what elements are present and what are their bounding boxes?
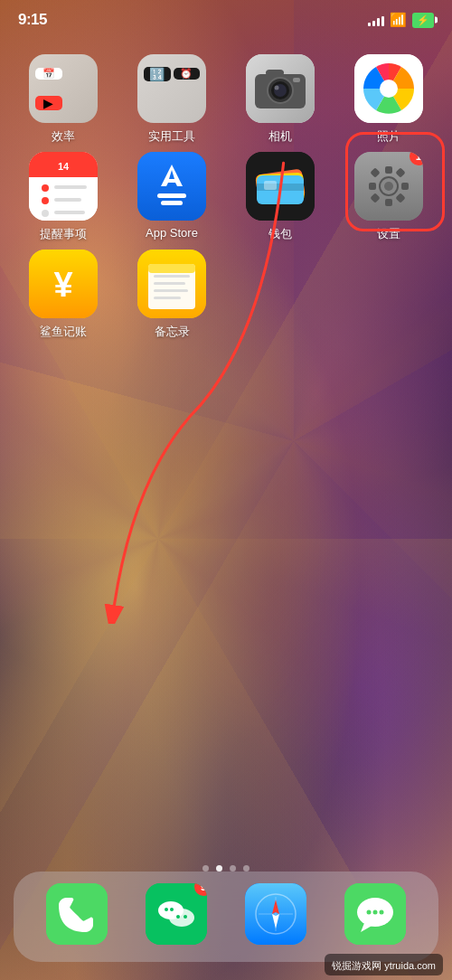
svg-rect-23 — [161, 201, 183, 205]
app-efficiency[interactable]: 📅 ▶ 效率 — [18, 54, 108, 145]
status-bar: 9:15 📶 ⚡ — [0, 0, 452, 40]
page-dot-3 — [230, 865, 236, 872]
app-row-1: 📅 ▶ 效率 🔢 ⏰ 实用工具 — [9, 54, 443, 145]
dock-messages[interactable] — [339, 883, 411, 950]
svg-rect-48 — [154, 282, 185, 285]
svg-text:¥: ¥ — [53, 266, 72, 304]
svg-rect-51 — [148, 264, 195, 273]
app-wallet-label: 钱包 — [268, 226, 292, 242]
svg-point-60 — [184, 915, 187, 919]
svg-rect-8 — [266, 70, 284, 76]
app-empty-2 — [344, 250, 434, 340]
svg-text:14: 14 — [58, 161, 70, 172]
svg-rect-53 — [46, 883, 108, 945]
svg-point-17 — [42, 197, 49, 204]
settings-highlight-box — [345, 132, 445, 231]
app-camera[interactable]: 相机 — [235, 54, 325, 145]
app-shark-label: 鲨鱼记账 — [40, 324, 87, 340]
status-time: 9:15 — [18, 11, 47, 29]
app-reminders[interactable]: 14 提醒事项 — [18, 152, 108, 242]
svg-point-71 — [380, 910, 384, 915]
svg-rect-20 — [54, 211, 85, 214]
status-icons: 📶 ⚡ — [368, 12, 434, 28]
app-wallet[interactable]: 钱包 — [235, 152, 325, 242]
svg-rect-29 — [264, 181, 277, 190]
svg-point-59 — [176, 915, 180, 919]
svg-rect-47 — [154, 275, 190, 278]
app-shark[interactable]: ¥ 鲨鱼记账 — [18, 250, 108, 340]
svg-point-70 — [373, 910, 378, 915]
page-indicators — [0, 865, 452, 872]
app-photos[interactable]: 照片 — [344, 54, 434, 145]
page-dot-2 — [216, 865, 222, 872]
app-notes-label: 备忘录 — [155, 324, 190, 340]
app-empty-1 — [235, 250, 325, 340]
svg-point-15 — [42, 184, 49, 192]
app-notes[interactable]: 备忘录 — [127, 250, 217, 340]
wifi-icon: 📶 — [390, 12, 407, 28]
dock-wechat[interactable]: 9 — [140, 883, 212, 950]
svg-point-69 — [367, 910, 372, 915]
signal-icon — [368, 14, 384, 26]
svg-rect-50 — [154, 297, 181, 299]
app-appstore[interactable]: App Store — [127, 152, 217, 242]
app-appstore-label: App Store — [146, 226, 198, 240]
svg-rect-16 — [54, 185, 87, 189]
svg-point-10 — [380, 80, 398, 98]
dock-phone[interactable] — [41, 883, 113, 950]
watermark: 锐掘游戏网 ytruida.com — [325, 954, 443, 975]
svg-point-19 — [42, 210, 49, 217]
svg-point-58 — [170, 908, 174, 911]
app-utility-label: 实用工具 — [148, 128, 195, 145]
svg-point-57 — [165, 908, 168, 911]
svg-point-56 — [169, 909, 194, 927]
svg-rect-22 — [157, 193, 186, 198]
svg-rect-21 — [137, 152, 206, 221]
app-utility[interactable]: 🔢 ⏰ 实用工具 — [127, 54, 217, 145]
svg-rect-18 — [54, 198, 81, 202]
app-row-3: ¥ 鲨鱼记账 — [9, 250, 443, 340]
svg-rect-7 — [293, 78, 300, 82]
page-dot-1 — [202, 865, 209, 872]
app-efficiency-label: 效率 — [52, 128, 75, 145]
app-reminders-label: 提醒事项 — [40, 226, 87, 242]
svg-rect-28 — [257, 184, 304, 191]
app-camera-label: 相机 — [268, 128, 292, 145]
dock-safari[interactable] — [240, 883, 312, 950]
svg-point-6 — [275, 86, 279, 90]
svg-rect-49 — [154, 289, 188, 292]
page-dot-4 — [243, 865, 250, 872]
dock: 9 — [14, 872, 438, 962]
battery-icon: ⚡ — [412, 13, 434, 28]
